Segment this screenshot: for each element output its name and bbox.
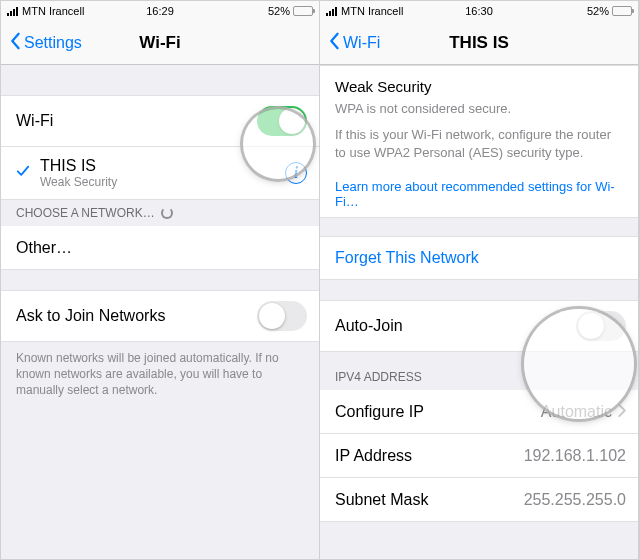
content-area: Weak Security WPA is not considered secu…: [320, 65, 638, 559]
choose-network-text: Choose a Network…: [16, 206, 155, 220]
configure-ip-label: Configure IP: [335, 403, 424, 421]
ipv4-header: IPv4 Address: [320, 364, 638, 390]
other-label: Other…: [16, 239, 72, 257]
weak-title: Weak Security: [335, 78, 623, 95]
ssid-subtitle: Weak Security: [40, 175, 117, 189]
ssid-label: THIS IS: [40, 157, 117, 175]
phone-left: MTN Irancell 16:29 52% Settings Wi-Fi Wi…: [1, 1, 320, 559]
nav-title: THIS IS: [320, 33, 638, 53]
forget-network-row[interactable]: Forget This Network: [320, 236, 638, 280]
ip-label: IP Address: [335, 447, 412, 465]
forget-label: Forget This Network: [335, 249, 479, 267]
weak-line2: If this is your Wi-Fi network, configure…: [335, 126, 623, 161]
checkmark-icon: [16, 164, 30, 182]
weak-line1: WPA is not considered secure.: [335, 101, 623, 116]
info-icon[interactable]: i: [285, 162, 307, 184]
ask-switch[interactable]: [257, 301, 307, 331]
subnet-label: Subnet Mask: [335, 491, 428, 509]
nav-bar: Wi-Fi THIS IS: [320, 21, 638, 65]
wifi-toggle-row[interactable]: Wi-Fi: [1, 95, 319, 147]
battery-icon: [612, 6, 632, 16]
wifi-switch[interactable]: [257, 106, 307, 136]
status-bar: MTN Irancell 16:29 52%: [1, 1, 319, 21]
content-area: Wi-Fi THIS IS Weak Security i: [1, 65, 319, 559]
ask-label: Ask to Join Networks: [16, 307, 165, 325]
learn-more-row[interactable]: Learn more about recommended settings fo…: [320, 171, 638, 218]
auto-join-switch[interactable]: [576, 311, 626, 341]
nav-bar: Settings Wi-Fi: [1, 21, 319, 65]
configure-ip-value: Automatic: [541, 403, 612, 421]
phone-right: MTN Irancell 16:30 52% Wi-Fi THIS IS Wea…: [320, 1, 639, 559]
ask-to-join-row[interactable]: Ask to Join Networks: [1, 290, 319, 342]
status-bar: MTN Irancell 16:30 52%: [320, 1, 638, 21]
subnet-value: 255.255.255.0: [524, 491, 626, 509]
weak-security-block: Weak Security WPA is not considered secu…: [320, 65, 638, 171]
subnet-mask-row: Subnet Mask 255.255.255.0: [320, 478, 638, 522]
spinner-icon: [161, 207, 173, 219]
ip-address-row: IP Address 192.168.1.102: [320, 434, 638, 478]
ask-footer: Known networks will be joined automatica…: [1, 342, 319, 407]
clock-label: 16:30: [320, 5, 638, 17]
clock-label: 16:29: [1, 5, 319, 17]
connected-network-row[interactable]: THIS IS Weak Security i: [1, 147, 319, 200]
wifi-toggle-label: Wi-Fi: [16, 112, 53, 130]
configure-ip-row[interactable]: Configure IP Automatic: [320, 390, 638, 434]
nav-title: Wi-Fi: [1, 33, 319, 53]
other-network-row[interactable]: Other…: [1, 226, 319, 270]
choose-network-header: Choose a Network…: [1, 200, 319, 226]
auto-join-label: Auto-Join: [335, 317, 403, 335]
auto-join-row[interactable]: Auto-Join: [320, 300, 638, 352]
learn-more-link: Learn more about recommended settings fo…: [335, 179, 626, 209]
ip-value: 192.168.1.102: [524, 447, 626, 465]
chevron-right-icon: [618, 403, 626, 421]
battery-icon: [293, 6, 313, 16]
